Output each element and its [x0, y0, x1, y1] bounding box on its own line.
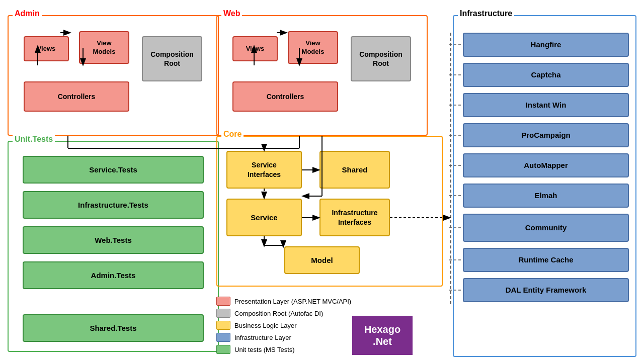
admin-composition-root: CompositionRoot: [142, 36, 202, 81]
legend-text-unittests: Unit tests (MS Tests): [234, 346, 295, 353]
admin-controllers: Controllers: [24, 81, 129, 112]
test-shared: Shared.Tests: [23, 314, 204, 342]
unit-tests-label: Unit.Tests: [13, 135, 55, 144]
legend-color-infrastructure: [216, 333, 230, 342]
core-service-interfaces: ServiceInterfaces: [226, 151, 302, 189]
hexago-badge: Hexago.Net: [352, 316, 413, 355]
legend: Presentation Layer (ASP.NET MVC/API) Com…: [216, 297, 351, 354]
infra-dal-ef: DAL Entity Framework: [463, 278, 629, 302]
legend-color-composition: [216, 309, 230, 318]
infra-instant-win: Instant Win: [463, 93, 629, 117]
infra-automapper: AutoMapper: [463, 153, 629, 177]
web-views: Views: [232, 36, 278, 61]
admin-views: Views: [24, 36, 69, 61]
infra-hangfire: Hangfire: [463, 33, 629, 57]
legend-text-business: Business Logic Layer: [234, 322, 297, 329]
test-infrastructure: Infrastructure.Tests: [23, 191, 204, 219]
test-web: Web.Tests: [23, 226, 204, 254]
legend-unittests: Unit tests (MS Tests): [216, 345, 351, 354]
web-composition-root: CompositionRoot: [351, 36, 411, 81]
legend-composition: Composition Root (Autofac DI): [216, 309, 351, 318]
test-admin: Admin.Tests: [23, 261, 204, 289]
infrastructure-label: Infrastructure: [458, 9, 514, 18]
admin-viewmodels: ViewModels: [79, 31, 129, 64]
core-service: Service: [226, 199, 302, 236]
legend-presentation: Presentation Layer (ASP.NET MVC/API): [216, 297, 351, 306]
web-controllers: Controllers: [232, 81, 338, 112]
admin-label: Admin: [13, 9, 42, 18]
web-section: Web Views ViewModels CompositionRoot Con…: [216, 15, 428, 136]
core-infrastructure-interfaces: InfrastructureInterfaces: [319, 199, 390, 236]
legend-text-presentation: Presentation Layer (ASP.NET MVC/API): [234, 298, 351, 305]
web-viewmodels: ViewModels: [288, 31, 338, 64]
legend-color-presentation: [216, 297, 230, 306]
diagram-container: Admin Views ViewModels CompositionRoot C…: [0, 0, 644, 362]
legend-text-composition: Composition Root (Autofac DI): [234, 310, 323, 317]
infra-elmah: Elmah: [463, 184, 629, 208]
core-model: Model: [284, 246, 360, 274]
legend-infrastructure: Infrastructure Layer: [216, 333, 351, 342]
infra-runtime-cache: Runtime Cache: [463, 248, 629, 272]
legend-color-unittests: [216, 345, 230, 354]
legend-text-infrastructure: Infrastructure Layer: [234, 334, 291, 341]
infra-captcha: Captcha: [463, 63, 629, 87]
web-label: Web: [221, 9, 242, 18]
admin-section: Admin Views ViewModels CompositionRoot C…: [8, 15, 219, 136]
legend-color-business: [216, 321, 230, 330]
test-service: Service.Tests: [23, 156, 204, 184]
core-label: Core: [221, 130, 244, 139]
legend-business: Business Logic Layer: [216, 321, 351, 330]
infra-community: Community: [463, 214, 629, 242]
dashed-divider: [450, 33, 451, 304]
infra-procampaign: ProCampaign: [463, 123, 629, 147]
core-shared: Shared: [319, 151, 390, 189]
